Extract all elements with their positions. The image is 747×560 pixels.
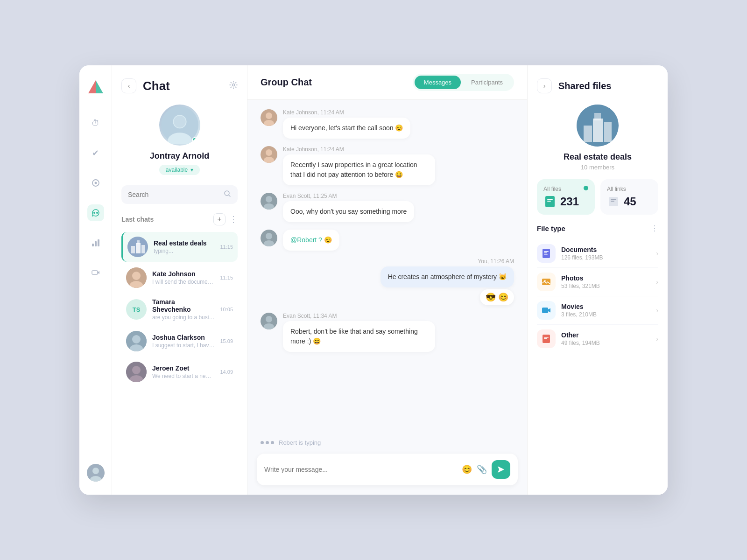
file-name: Movies xyxy=(561,303,650,310)
back-button[interactable]: ‹ xyxy=(121,78,136,93)
svg-rect-49 xyxy=(584,126,592,142)
right-back-button[interactable]: › xyxy=(537,78,552,93)
nav-icon-tasks[interactable]: ✔ xyxy=(87,145,104,161)
main-chat: Group Chat Messages Participants Kate Jo… xyxy=(247,65,528,495)
chat-preview: I suggest to start, I have n... xyxy=(152,342,214,349)
svg-rect-20 xyxy=(131,246,135,253)
add-chat-button[interactable]: + xyxy=(213,213,226,225)
msg-sender: Kate Johnson, 11:24 AM xyxy=(283,146,435,153)
svg-point-25 xyxy=(132,272,141,280)
icon-nav: ⏱ ✔ xyxy=(79,65,112,495)
file-item-photos[interactable]: Photos 53 files, 321MB › xyxy=(537,268,658,296)
nav-icon-watch[interactable] xyxy=(87,175,104,191)
msg-sender: Evan Scott, 11:34 AM xyxy=(283,313,435,319)
tab-messages[interactable]: Messages xyxy=(415,76,461,89)
chat-info-joshua: Joshua Clarkson I suggest to start, I ha… xyxy=(152,334,214,349)
msg-content: Evan Scott, 11:25 AM Ooo, why don't you … xyxy=(283,193,414,222)
msg-avatar-kate xyxy=(261,109,277,126)
file-type-title: File type xyxy=(537,224,565,232)
chat-name: Joshua Clarkson xyxy=(152,334,214,341)
chat-list: Real estate deals typing... 11:15 Kate J… xyxy=(121,232,238,387)
tab-participants[interactable]: Participants xyxy=(462,76,512,89)
user-avatar-nav[interactable] xyxy=(87,464,105,482)
svg-rect-67 xyxy=(544,337,549,338)
chat-info-tamara: Tamara Shevchenko are you going to a bus… xyxy=(152,298,214,321)
online-indicator xyxy=(192,137,197,143)
svg-rect-57 xyxy=(611,199,616,200)
stats-row: All files 231 All links xyxy=(537,179,658,215)
nav-icon-analytics[interactable] xyxy=(87,234,104,251)
chat-time: 14.09 xyxy=(220,369,233,375)
emoji-icon[interactable]: 😊 xyxy=(462,464,472,475)
svg-rect-60 xyxy=(544,251,549,252)
msg-sender-self: You, 11:26 AM xyxy=(478,258,514,265)
svg-marker-1 xyxy=(88,80,96,93)
other-icon xyxy=(537,329,556,348)
files-online-dot xyxy=(584,186,588,190)
documents-icon xyxy=(537,244,556,263)
chat-header: Group Chat Messages Participants xyxy=(247,65,527,100)
chat-avatar-joshua xyxy=(126,331,147,351)
svg-rect-9 xyxy=(92,271,98,274)
chevron-right-icon: › xyxy=(656,335,658,343)
chat-item-kate[interactable]: Kate Johnson I will send the document s.… xyxy=(121,263,238,293)
links-stat-card[interactable]: All links 45 xyxy=(600,179,658,215)
photos-details: Photos 53 files, 321MB xyxy=(561,274,650,289)
chat-item-jeroen[interactable]: Jeroen Zoet We need to start a new re...… xyxy=(121,357,238,387)
send-button[interactable] xyxy=(492,460,510,479)
nav-icon-history[interactable]: ⏱ xyxy=(87,115,104,132)
chat-item-real-estate[interactable]: Real estate deals typing... 11:15 xyxy=(121,232,238,262)
chat-avatar-jeroen xyxy=(126,362,147,382)
nav-icon-video[interactable] xyxy=(87,264,104,281)
file-name: Other xyxy=(561,331,650,339)
status-badge[interactable]: available ▾ xyxy=(159,165,200,175)
msg-bubble: Hi everyone, let's start the call soon 😊 xyxy=(283,118,410,139)
file-type-more-icon[interactable]: ⋮ xyxy=(651,224,658,233)
svg-point-43 xyxy=(266,233,272,239)
file-type-header: File type ⋮ xyxy=(537,224,658,233)
svg-point-31 xyxy=(132,366,141,374)
shared-files-title: Shared files xyxy=(558,81,611,91)
settings-icon[interactable] xyxy=(229,81,238,91)
svg-rect-21 xyxy=(136,243,141,253)
chat-name: Real estate deals xyxy=(154,239,214,247)
files-stat-card[interactable]: All files 231 xyxy=(537,179,595,215)
file-item-other[interactable]: Other 49 files, 194MB › xyxy=(537,325,658,353)
file-meta: 126 files, 193MB xyxy=(561,254,650,261)
file-item-movies[interactable]: Movies 3 files, 210MB › xyxy=(537,296,658,325)
svg-point-4 xyxy=(93,212,95,214)
svg-rect-22 xyxy=(141,245,145,253)
msg-content: @Robert ? 😊 xyxy=(283,230,339,251)
search-input[interactable] xyxy=(128,191,219,198)
chat-info-kate: Kate Johnson I will send the document s.… xyxy=(152,270,214,285)
message-row: Evan Scott, 11:25 AM Ooo, why don't you … xyxy=(261,193,514,222)
more-options-icon[interactable]: ⋮ xyxy=(229,214,238,224)
nav-icon-chat[interactable] xyxy=(87,204,104,221)
profile-section: Jontray Arnold available ▾ xyxy=(121,105,238,175)
file-name: Documents xyxy=(561,246,650,253)
attachment-icon[interactable]: 📎 xyxy=(477,464,487,475)
chat-time: 11:15 xyxy=(220,244,233,250)
msg-bubble: Robert, don't be like that and say somet… xyxy=(283,321,435,352)
msg-content: Kate Johnson, 11:24 AM Recently I saw pr… xyxy=(283,146,435,185)
chat-preview: are you going to a busine... xyxy=(152,314,214,321)
chat-item-tamara[interactable]: TS Tamara Shevchenko are you going to a … xyxy=(121,294,238,325)
chevron-right-icon: › xyxy=(656,278,658,286)
chat-avatar-tamara: TS xyxy=(126,299,147,320)
svg-point-34 xyxy=(266,112,272,119)
chat-item-joshua[interactable]: Joshua Clarkson I suggest to start, I ha… xyxy=(121,326,238,356)
message-row: Evan Scott, 11:34 AM Robert, don't be li… xyxy=(261,313,514,352)
last-chats-header: Last chats + ⋮ xyxy=(121,213,238,225)
msg-content-self: You, 11:26 AM He creates an atmosphere o… xyxy=(381,258,514,305)
group-image xyxy=(577,105,619,147)
msg-content: Evan Scott, 11:34 AM Robert, don't be li… xyxy=(283,313,435,352)
emoji-reactions: 😎 😊 xyxy=(480,289,514,305)
file-meta: 49 files, 194MB xyxy=(561,340,650,346)
svg-point-3 xyxy=(94,182,97,184)
chat-preview: We need to start a new re... xyxy=(152,373,214,379)
svg-point-37 xyxy=(266,149,272,156)
message-input[interactable] xyxy=(264,466,457,473)
msg-bubble: Ooo, why don't you say something more xyxy=(283,201,414,222)
file-item-documents[interactable]: Documents 126 files, 193MB › xyxy=(537,239,658,268)
svg-rect-6 xyxy=(92,244,94,246)
